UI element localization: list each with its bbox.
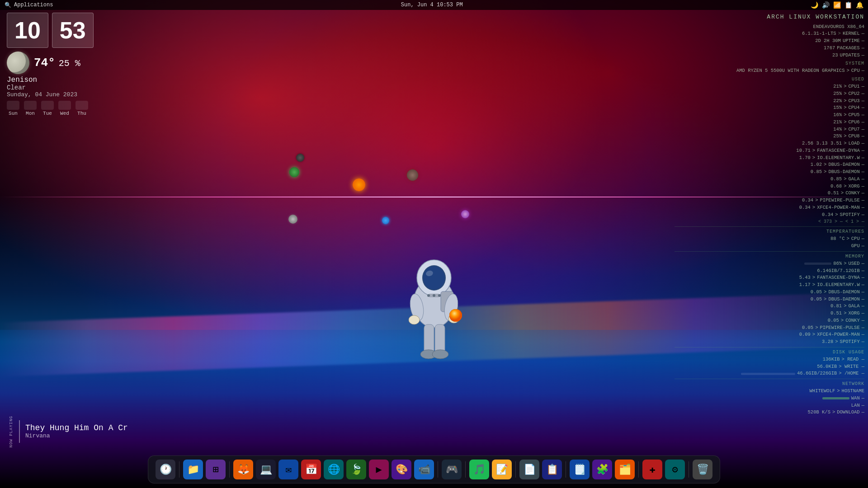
files-app[interactable]: 📁 xyxy=(183,460,203,479)
manjaro-app[interactable]: 🍃 xyxy=(346,460,366,479)
qownnotes-app[interactable]: 🗒️ xyxy=(570,460,590,479)
conky-proc-name-1: IO.ELEMENTARY.W xyxy=(817,155,860,162)
conky-mem-proc-name-0: FANTASCENE-DYNA xyxy=(817,274,860,282)
conky-gpu-temp-label: GPU xyxy=(851,243,860,250)
now-playing-artist: Nirvana xyxy=(25,432,128,439)
zoom-app[interactable]: 📹 xyxy=(414,460,434,479)
conky-proc-value-4: 0.85 xyxy=(830,176,842,183)
monday-label: Mon xyxy=(26,111,35,116)
conky-proc-row-2: 1.02 > DBUS-DAEMON — xyxy=(675,161,864,169)
now-playing-bar xyxy=(19,420,20,443)
conky-cpu-model: AMD RYZEN 5 5500U WITH RADEON GRAPHICS xyxy=(736,67,844,75)
conky-mem-proc-name-2: DBUS-DAEMON xyxy=(828,289,859,296)
taskbar-icons-container: 🕐📁⊞🦊💻✉️📅🌐🍃▶️🎨📹🎮🎵📝📄📋🗒️🧩🗂️✚⚙️🗑️ xyxy=(156,460,712,479)
sunday-label: Sun xyxy=(9,111,18,116)
conky-mem-proc-row-9: 3.28 > SPOTIFY — xyxy=(675,338,864,346)
conky-proc-row-1: 1.70 > IO.ELEMENTARY.W — xyxy=(675,155,864,162)
taskbar-separator-11 xyxy=(438,461,438,478)
conky-cpu3-value: 22% xyxy=(833,98,842,105)
network-app[interactable]: 🌐 xyxy=(324,460,344,479)
conky-mem-proc-value-5: 0.51 xyxy=(830,310,842,317)
conky-divider-3 xyxy=(675,347,864,347)
conky-proc-name-0: FANTASCENE-DYNA xyxy=(817,147,860,155)
settings-app[interactable]: ⚙️ xyxy=(665,460,685,479)
orb-green xyxy=(289,167,299,177)
conky-kernel-row: 6.1.31-1-LTS > KERNEL — xyxy=(675,30,864,38)
humidity: 25 % xyxy=(59,58,80,69)
conky-updates-label: UPDATES xyxy=(840,52,860,59)
conky-mem-proc-name-3: DBUS-DAEMON xyxy=(828,296,859,303)
weather-location: Jenison xyxy=(7,76,94,84)
media-player[interactable]: ▶️ xyxy=(369,460,389,479)
conky-mem-used-row: 86% > USED — xyxy=(675,260,864,267)
clock-app[interactable]: 🕐 xyxy=(156,460,175,479)
conky-proc-value-1: 1.70 xyxy=(799,155,811,162)
svg-point-19 xyxy=(433,294,435,297)
calendar-app[interactable]: 📅 xyxy=(301,460,321,479)
applications-label[interactable]: Applications xyxy=(14,2,53,8)
conky-proc-value-7: 0.34 xyxy=(802,197,813,204)
temperature: 74° xyxy=(34,56,55,70)
conky-mem-proc-row-1: 1.17 > IO.ELEMENTARY.W — xyxy=(675,282,864,289)
spotify-app[interactable]: 🎵 xyxy=(469,460,489,479)
weather-info: 74° 25 % xyxy=(7,52,94,74)
conky-monitor: ARCH LINUX WORKSTATION ENDEAVOUROS X86_6… xyxy=(675,13,864,416)
topbar-left[interactable]: 🔍 Applications xyxy=(5,2,53,9)
topbar-datetime: Sun, Jun 4 10:53 PM xyxy=(401,2,463,8)
mail-app[interactable]: ✉️ xyxy=(278,460,298,479)
conky-proc-value-9: 0.34 xyxy=(822,211,833,219)
filemanager-app[interactable]: 🗂️ xyxy=(615,460,635,479)
taskbar-separator-0 xyxy=(179,461,179,478)
conky-network-section: NETWORK xyxy=(675,380,864,387)
notifications-icon[interactable]: 🔔 xyxy=(856,1,863,9)
moon-icon[interactable]: 🌙 xyxy=(811,1,818,9)
conky-load-row: 2.56 3.13 3.51 > LOAD — xyxy=(675,140,864,147)
wifi-icon[interactable]: 📶 xyxy=(833,1,841,9)
astronaut-figure xyxy=(398,249,470,375)
weather-widget: 10 53 74° 25 % Jenison Clear Sunday, 04 … xyxy=(7,13,94,116)
conky-proc-value-3: 0.85 xyxy=(811,169,822,176)
conky-proc-value-5: 0.68 xyxy=(830,183,842,190)
conky-title: ARCH LINUX WORKSTATION xyxy=(675,13,864,22)
conky-memory-section: MEMORY xyxy=(675,253,864,260)
conky-cpu-temp-label: CPU xyxy=(851,235,860,243)
workspaces-app[interactable]: ⊞ xyxy=(206,460,226,479)
conky-proc-value-0: 10.71 xyxy=(796,147,811,155)
conky-temps-section: TEMPERATURES xyxy=(675,228,864,235)
orb-moon-2 xyxy=(288,215,297,224)
conky-uptime-row: 2D 2H 30M UPTIME — xyxy=(675,38,864,45)
conky-process-rows: 10.71 > FANTASCENE-DYNA — 1.70 > IO.ELEM… xyxy=(675,147,864,219)
firefox-browser[interactable]: 🦊 xyxy=(233,460,253,479)
conky-download-value: 520B K/S xyxy=(808,409,830,416)
conky-hostname-value: WHITEWOLF xyxy=(810,388,835,395)
conky-cpu-row-cpu3: 22% > CPU3 — xyxy=(675,98,864,105)
conky-proc-row-5: 0.68 > XORG — xyxy=(675,183,864,190)
trash-app[interactable]: 🗑️ xyxy=(693,460,712,479)
cross-app[interactable]: ✚ xyxy=(642,460,662,479)
conky-uptime-value: 2D 2H 30M xyxy=(815,38,841,45)
conky-cpu8-label: CPU8 xyxy=(848,133,859,140)
conky-mem-proc-value-6: 0.05 xyxy=(828,317,839,324)
clock-minute: 53 xyxy=(52,13,94,48)
conky-mem-proc-name-7: PIPEWIRE-PULSE xyxy=(820,324,859,332)
conky-cpu-label: CPU xyxy=(851,67,860,75)
conky-cpu-model-row: AMD RYZEN 5 5500U WITH RADEON GRAPHICS >… xyxy=(675,67,864,75)
conky-uptime-label: UPTIME xyxy=(843,38,860,45)
taskbar-separator-2 xyxy=(229,461,230,478)
graphics-app[interactable]: 🎨 xyxy=(392,460,411,479)
wednesday-label: Wed xyxy=(60,111,69,116)
text-editor[interactable]: 📄 xyxy=(519,460,539,479)
conky-cpu4-label: CPU4 xyxy=(848,104,859,112)
addon-app[interactable]: 🧩 xyxy=(592,460,612,479)
conky-disk-home-value: 46.6GIB/226GIB xyxy=(797,370,837,377)
conky-cpu1-label: CPU1 xyxy=(848,83,859,90)
conky-proc-row-6: 0.51 > CONKY — xyxy=(675,190,864,197)
conky-mem-proc-row-2: 0.05 > DBUS-DAEMON — xyxy=(675,289,864,296)
markdown-app[interactable]: 📋 xyxy=(542,460,562,479)
terminal-app[interactable]: 💻 xyxy=(256,460,276,479)
steam-app[interactable]: 🎮 xyxy=(442,460,462,479)
conky-mem-proc-value-4: 0.81 xyxy=(830,303,842,310)
clipboard-icon[interactable]: 📋 xyxy=(844,1,852,9)
volume-icon[interactable]: 🔊 xyxy=(822,1,830,9)
notes-app[interactable]: 📝 xyxy=(492,460,512,479)
